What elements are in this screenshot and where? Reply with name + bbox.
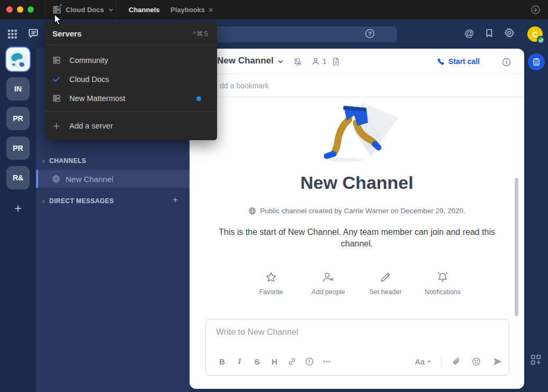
action-label: Set header	[369, 288, 401, 296]
bold-button[interactable]: B	[213, 354, 231, 369]
team-item[interactable]: IN	[6, 77, 30, 101]
menu-item-new-mattermost[interactable]: New Mattermost	[45, 89, 217, 108]
channel-members-button[interactable]: 1	[311, 57, 327, 66]
strikethrough-button[interactable]: S	[248, 354, 266, 369]
channel-item-new-channel[interactable]: New Channel	[36, 170, 190, 188]
tab-channels[interactable]: Channels	[129, 0, 160, 20]
channel-intro: New Channel Public channel created by Ca…	[190, 97, 524, 296]
more-formatting-icon[interactable]: •••	[318, 354, 336, 369]
channels-group-label: CHANNELS	[49, 157, 86, 165]
tab-playbooks-label: Playbooks	[170, 6, 205, 14]
server-rack-icon	[52, 56, 61, 65]
team-item[interactable]: PR	[6, 136, 30, 160]
close-tab-icon[interactable]: ×	[209, 6, 213, 14]
attachment-paperclip-icon[interactable]	[448, 354, 465, 369]
menu-item-label: New Mattermost	[69, 94, 125, 103]
channels-group-header[interactable]: › CHANNELS	[42, 157, 86, 165]
settings-gear-icon[interactable]	[504, 28, 515, 38]
bell-icon	[436, 271, 449, 284]
favorite-button[interactable]: Favorite	[247, 271, 295, 296]
channel-intro-description: This is the start of New Channel. Any te…	[214, 226, 500, 250]
channel-view: New Channel 1 Start call	[190, 49, 524, 389]
channel-intro-illustration	[312, 102, 402, 165]
team-item[interactable]: PR	[6, 107, 30, 130]
channel-intro-actions: Favorite Add people Set header	[190, 271, 524, 296]
downloads-icon[interactable]	[530, 4, 541, 15]
mentions-icon[interactable]: @	[464, 28, 474, 39]
phone-icon	[437, 58, 445, 66]
zoom-window-button[interactable]	[28, 6, 34, 13]
pinned-files-icon[interactable]	[331, 57, 340, 66]
action-label: Favorite	[259, 288, 283, 296]
format-toggle-label: Aa	[415, 357, 425, 366]
add-direct-message-button[interactable]: +	[173, 195, 178, 205]
close-window-button[interactable]	[6, 6, 13, 13]
servers-menu-title: Servers	[52, 29, 82, 38]
chevron-right-icon: ›	[42, 157, 45, 165]
minimize-window-button[interactable]	[17, 6, 23, 13]
menu-item-cloud-docs[interactable]: Cloud Docs	[45, 70, 217, 89]
menu-divider	[45, 111, 217, 112]
set-header-button[interactable]: Set header	[361, 271, 410, 296]
tab-playbooks[interactable]: Playbooks ×	[170, 0, 213, 20]
server-dropdown-button[interactable]: Cloud Docs	[44, 0, 116, 20]
globe-icon	[52, 175, 60, 183]
tab-channels-label: Channels	[129, 6, 160, 14]
check-icon	[52, 75, 61, 84]
action-label: Add people	[311, 288, 345, 296]
channel-item-label: New Channel	[66, 175, 113, 184]
team-initials: R&	[13, 174, 23, 182]
app-marketplace-icon[interactable]	[531, 354, 541, 365]
start-call-button[interactable]: Start call	[433, 55, 484, 68]
help-icon[interactable]: ?	[364, 28, 375, 39]
person-plus-icon	[321, 271, 335, 284]
dm-group-label: DIRECT MESSAGES	[49, 197, 114, 205]
scrollbar-thumb[interactable]	[515, 178, 518, 316]
team-item-active[interactable]	[5, 47, 31, 72]
menu-item-add-server[interactable]: Add a server	[45, 116, 217, 135]
bookmark-bar[interactable]: dd a bookmark	[190, 75, 524, 97]
member-count: 1	[322, 57, 327, 66]
servers-menu-header: Servers ^⌘S	[45, 22, 217, 45]
channel-created-meta: Public channel created by Carrie Warner …	[190, 207, 524, 215]
heading-button[interactable]: H	[266, 354, 283, 369]
online-status-badge	[537, 36, 545, 44]
current-server-name: Cloud Docs	[66, 6, 104, 14]
team-sidebar: IN PR PR R& +	[0, 49, 36, 392]
playbooks-app-button[interactable]	[528, 53, 545, 70]
message-input[interactable]	[216, 327, 491, 337]
menu-item-community[interactable]: Community	[45, 51, 217, 70]
member-icon	[311, 57, 320, 66]
channel-info-icon[interactable]	[501, 57, 511, 67]
user-avatar[interactable]: C	[527, 26, 543, 42]
menu-item-label: Cloud Docs	[69, 75, 109, 84]
send-message-icon[interactable]	[492, 357, 502, 367]
notifications-button[interactable]: Notifications	[418, 271, 467, 296]
channels-product-icon[interactable]	[28, 26, 41, 40]
server-rack-icon	[52, 5, 61, 14]
priority-icon[interactable]	[301, 354, 318, 369]
mute-bell-slash-icon[interactable]	[293, 57, 302, 67]
link-icon[interactable]	[283, 354, 301, 369]
channel-menu-button[interactable]: New Channel	[217, 56, 284, 66]
unread-dot	[196, 96, 201, 101]
plus-icon	[52, 122, 61, 130]
format-toggle-button[interactable]: Aa	[412, 357, 435, 366]
team-initials: IN	[14, 85, 22, 93]
globe-icon	[248, 207, 256, 215]
add-bookmark-label: dd a bookmark	[220, 81, 269, 90]
server-unread-dot	[59, 3, 63, 7]
emoji-icon[interactable]	[468, 354, 485, 369]
action-label: Notifications	[425, 288, 461, 296]
team-item[interactable]: R&	[6, 166, 30, 189]
svg-text:?: ?	[368, 31, 372, 37]
servers-dropdown-menu: Servers ^⌘S Community Cloud Docs New Mat…	[45, 22, 217, 140]
direct-messages-group-header[interactable]: › DIRECT MESSAGES	[42, 197, 114, 205]
window-titlebar: Cloud Docs Channels Playbooks ×	[0, 0, 548, 20]
product-grid-icon[interactable]	[7, 29, 17, 39]
add-people-button[interactable]: Add people	[304, 271, 353, 296]
channel-title: New Channel	[217, 56, 274, 66]
saved-posts-icon[interactable]	[484, 28, 494, 38]
add-team-button[interactable]: +	[0, 201, 36, 216]
italic-button[interactable]: I	[231, 354, 248, 369]
